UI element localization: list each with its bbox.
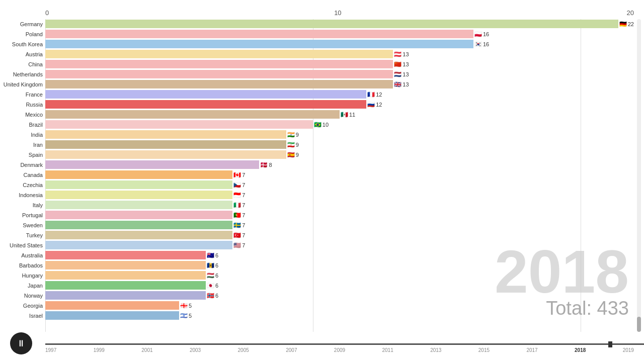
bar-row: Germany🇩🇪22 <box>45 19 634 29</box>
bar-flag: 🇵🇹 <box>233 212 241 219</box>
bar-value: 6 <box>215 252 218 258</box>
bar-flag: 🇬🇧 <box>394 81 401 88</box>
country-label: Hungary <box>0 273 43 279</box>
bar-value: 13 <box>403 61 409 67</box>
bar-value: 16 <box>483 31 489 37</box>
bar-value: 6 <box>215 293 218 299</box>
bar-fill <box>45 40 473 48</box>
country-label: United Kingdom <box>0 81 43 87</box>
bar-fill <box>45 80 393 88</box>
bar-fill <box>45 271 206 280</box>
timeline-progress <box>45 343 644 345</box>
country-label: South Korea <box>0 41 43 47</box>
bar-value: 6 <box>215 262 218 268</box>
bar-value: 11 <box>349 112 355 118</box>
country-label: Netherlands <box>0 71 43 77</box>
scroll-indicator[interactable] <box>637 19 641 332</box>
country-label: Portugal <box>0 212 43 218</box>
x-label-10: 10 <box>334 9 341 17</box>
bar-track: 🇫🇷12 <box>45 90 634 99</box>
timeline-year-label: 2009 <box>334 347 345 353</box>
bar-fill <box>45 30 473 38</box>
timeline-year-label: 2011 <box>382 347 393 353</box>
bar-track: 🇩🇰8 <box>45 160 634 169</box>
bar-value: 8 <box>269 162 272 168</box>
bar-flag: 🇳🇱 <box>394 71 401 78</box>
bar-value: 7 <box>242 222 245 228</box>
bar-flag: 🇲🇽 <box>341 111 348 118</box>
bar-track: 🇳🇱13 <box>45 70 634 78</box>
bar-value: 16 <box>483 41 489 47</box>
country-label: France <box>0 92 43 98</box>
bar-value: 7 <box>242 192 245 198</box>
bar-value: 7 <box>242 232 245 238</box>
bar-row: Mexico🇲🇽11 <box>45 110 634 119</box>
timeline-labels: 1997199920012003200520072009201120132015… <box>45 347 634 353</box>
bar-fill <box>45 241 232 249</box>
bar-fill <box>45 60 393 68</box>
country-label: Brazil <box>0 122 43 128</box>
bar-flag: 🇨🇿 <box>233 182 241 189</box>
timeline-year-label: 2019 <box>623 347 634 353</box>
timeline-year-label: 2013 <box>430 347 441 353</box>
bar-flag: 🇳🇴 <box>207 292 214 299</box>
country-label: Sweden <box>0 222 43 228</box>
bar-fill <box>45 281 206 290</box>
timeline-year-label: 2007 <box>286 347 297 353</box>
bar-flag: 🇩🇪 <box>619 21 627 28</box>
country-label: Spain <box>0 152 43 158</box>
bar-fill <box>45 231 232 239</box>
bar-fill <box>45 170 232 179</box>
country-label: United States <box>0 242 43 248</box>
bar-flag: 🇧🇷 <box>314 121 321 128</box>
bar-flag: 🇨🇦 <box>233 171 241 178</box>
bar-row: Denmark🇩🇰8 <box>45 160 634 169</box>
bar-row: Indonesia🇮🇩7 <box>45 190 634 200</box>
chart-container: 0 10 20 Germany🇩🇪22Poland🇵🇱16South Korea… <box>0 0 644 362</box>
bar-flag: 🇬🇪 <box>180 302 188 309</box>
country-label: Japan <box>0 283 43 289</box>
play-pause-button[interactable] <box>10 332 32 354</box>
bar-fill <box>45 261 206 269</box>
country-label: India <box>0 132 43 138</box>
bar-flag: 🇮🇷 <box>287 141 295 148</box>
bar-track: 🇨🇦7 <box>45 170 634 179</box>
bar-track: 🇲🇽11 <box>45 110 634 119</box>
bar-row: Spain🇪🇸9 <box>45 150 634 159</box>
bar-flag: 🇮🇱 <box>180 312 188 319</box>
bar-row: China🇨🇳13 <box>45 59 634 69</box>
bar-row: Canada🇨🇦7 <box>45 170 634 179</box>
bar-value: 7 <box>242 242 245 248</box>
country-label: Australia <box>0 252 43 258</box>
bar-row: Sweden🇸🇪7 <box>45 220 634 230</box>
bar-track: 🇩🇪22 <box>45 20 634 28</box>
country-label: Italy <box>0 202 43 208</box>
timeline-year-label: 1999 <box>94 347 105 353</box>
bar-fill <box>45 311 179 320</box>
bar-value: 13 <box>403 71 409 77</box>
bar-track: 🇵🇹7 <box>45 211 634 219</box>
bar-value: 13 <box>403 51 409 57</box>
country-label: Poland <box>0 31 43 37</box>
bar-fill <box>45 120 313 129</box>
bar-row: Brazil🇧🇷10 <box>45 120 634 129</box>
country-label: Czechia <box>0 182 43 188</box>
bar-value: 6 <box>215 283 218 289</box>
country-label: Russia <box>0 102 43 108</box>
country-label: Canada <box>0 172 43 178</box>
timeline-thumb[interactable] <box>608 341 612 347</box>
country-label: Norway <box>0 293 43 299</box>
timeline-year-label: 2017 <box>526 347 537 353</box>
timeline-year-label: 2003 <box>190 347 201 353</box>
bar-value: 7 <box>242 202 245 208</box>
bar-fill <box>45 191 232 199</box>
bar-fill <box>45 251 206 259</box>
bar-track: 🇷🇺12 <box>45 100 634 109</box>
country-label: China <box>0 61 43 67</box>
country-label: Mexico <box>0 112 43 118</box>
bar-track: 🇨🇳13 <box>45 60 634 68</box>
bar-value: 7 <box>242 182 245 188</box>
timeline-year-label: 2001 <box>141 347 152 353</box>
country-label: Georgia <box>0 303 43 309</box>
bar-row: Portugal🇵🇹7 <box>45 210 634 220</box>
